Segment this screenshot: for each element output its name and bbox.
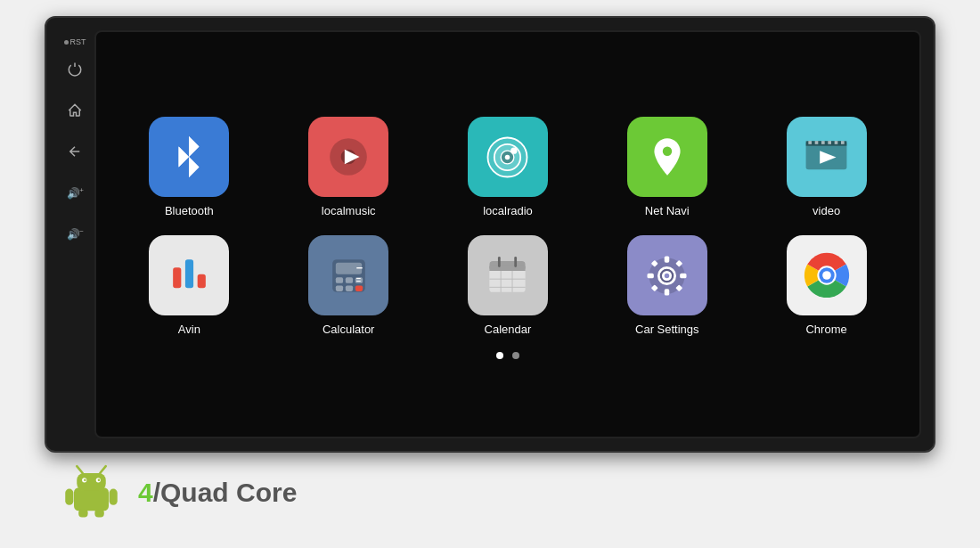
app-localmusic[interactable]: localmusic bbox=[282, 117, 415, 217]
calculator-symbol: − = bbox=[324, 251, 373, 300]
svg-rect-56 bbox=[74, 487, 109, 511]
svg-rect-16 bbox=[841, 141, 845, 144]
carsettings-symbol bbox=[642, 251, 691, 300]
chrome-icon-bg bbox=[787, 235, 867, 315]
page-indicators bbox=[496, 352, 519, 359]
main-screen: Bluetooth localmusic bbox=[94, 30, 921, 438]
app-video[interactable]: video bbox=[760, 117, 893, 217]
svg-rect-24 bbox=[346, 277, 353, 282]
svg-rect-13 bbox=[821, 141, 825, 144]
svg-point-6 bbox=[505, 154, 510, 159]
chrome-symbol bbox=[801, 249, 853, 301]
svg-rect-15 bbox=[835, 141, 838, 144]
svg-rect-64 bbox=[65, 489, 73, 505]
app-calculator[interactable]: − = Calculator bbox=[282, 235, 415, 336]
netnavi-label: Net Navi bbox=[645, 204, 690, 217]
svg-rect-26 bbox=[336, 285, 343, 290]
localradio-label: localradio bbox=[483, 204, 533, 217]
svg-point-55 bbox=[822, 271, 831, 280]
head-unit: RST 🔊+ 🔊− bbox=[45, 16, 935, 453]
app-carsettings[interactable]: Car Settings bbox=[600, 235, 733, 336]
bottom-section: 4/Quad Core bbox=[45, 453, 935, 532]
avin-label: Avin bbox=[178, 323, 200, 336]
localmusic-icon-bg bbox=[308, 117, 388, 197]
app-localradio[interactable]: localradio bbox=[442, 117, 575, 217]
bluetooth-label: Bluetooth bbox=[165, 204, 214, 217]
svg-rect-11 bbox=[808, 141, 812, 144]
video-label: video bbox=[813, 204, 840, 217]
svg-rect-28 bbox=[355, 285, 363, 290]
svg-point-51 bbox=[665, 273, 670, 278]
video-icon-bg bbox=[787, 117, 867, 197]
svg-rect-14 bbox=[828, 141, 831, 144]
localmusic-label: localmusic bbox=[322, 204, 376, 217]
svg-rect-19 bbox=[185, 259, 193, 288]
home-button[interactable] bbox=[61, 96, 89, 125]
svg-rect-66 bbox=[78, 509, 87, 517]
svg-rect-45 bbox=[680, 273, 686, 278]
calendar-symbol bbox=[483, 251, 532, 300]
page-dot-2[interactable] bbox=[512, 352, 519, 359]
volume-up-button[interactable]: 🔊+ bbox=[61, 178, 89, 207]
app-chrome[interactable]: Chrome bbox=[760, 235, 893, 336]
back-button[interactable] bbox=[61, 137, 89, 166]
avin-symbol bbox=[165, 251, 214, 300]
app-bluetooth[interactable]: Bluetooth bbox=[123, 117, 256, 217]
chrome-label: Chrome bbox=[805, 323, 846, 336]
svg-point-60 bbox=[84, 479, 86, 482]
volume-down-button[interactable]: 🔊− bbox=[61, 219, 89, 248]
svg-rect-18 bbox=[173, 267, 181, 288]
calendar-icon-bg bbox=[468, 235, 548, 315]
svg-point-61 bbox=[98, 479, 101, 482]
svg-rect-42 bbox=[665, 256, 670, 262]
svg-text:=: = bbox=[355, 274, 360, 283]
svg-text:−: − bbox=[355, 260, 363, 274]
svg-rect-33 bbox=[490, 266, 526, 271]
svg-point-7 bbox=[511, 147, 518, 153]
avin-icon-bg bbox=[149, 235, 229, 315]
app-calendar[interactable]: Calendar bbox=[442, 235, 575, 336]
carsettings-label: Car Settings bbox=[635, 323, 699, 336]
video-symbol bbox=[802, 133, 851, 182]
svg-rect-27 bbox=[346, 285, 353, 290]
netnavi-symbol bbox=[645, 135, 690, 179]
bluetooth-symbol bbox=[167, 135, 211, 179]
apps-grid: Bluetooth localmusic bbox=[123, 117, 893, 336]
side-buttons: RST 🔊+ 🔊− bbox=[55, 30, 94, 438]
rst-label: RST bbox=[64, 37, 86, 46]
app-netnavi[interactable]: Net Navi bbox=[600, 117, 733, 217]
svg-line-62 bbox=[77, 466, 83, 473]
svg-line-63 bbox=[100, 466, 106, 473]
netnavi-icon-bg bbox=[627, 117, 707, 197]
localmusic-symbol bbox=[326, 135, 371, 179]
svg-rect-43 bbox=[665, 289, 670, 295]
page-dot-1[interactable] bbox=[496, 352, 503, 359]
localradio-icon-bg bbox=[468, 117, 548, 197]
svg-rect-23 bbox=[336, 277, 343, 282]
svg-rect-44 bbox=[648, 273, 654, 278]
calculator-icon-bg: − = bbox=[308, 235, 388, 315]
svg-rect-10 bbox=[806, 141, 847, 146]
quad-core-text: 4/Quad Core bbox=[138, 478, 297, 508]
calculator-label: Calculator bbox=[323, 323, 375, 336]
calendar-label: Calendar bbox=[485, 323, 532, 336]
svg-point-8 bbox=[663, 147, 672, 156]
power-button[interactable] bbox=[61, 55, 89, 84]
svg-rect-57 bbox=[77, 473, 106, 491]
app-avin[interactable]: Avin bbox=[123, 235, 256, 336]
svg-rect-67 bbox=[94, 509, 103, 517]
svg-rect-20 bbox=[198, 274, 206, 288]
svg-rect-12 bbox=[815, 141, 819, 144]
svg-rect-65 bbox=[110, 489, 118, 505]
localradio-symbol bbox=[483, 133, 532, 182]
android-robot-icon bbox=[62, 462, 120, 523]
bluetooth-icon-bg bbox=[149, 117, 229, 197]
carsettings-icon-bg bbox=[627, 235, 707, 315]
